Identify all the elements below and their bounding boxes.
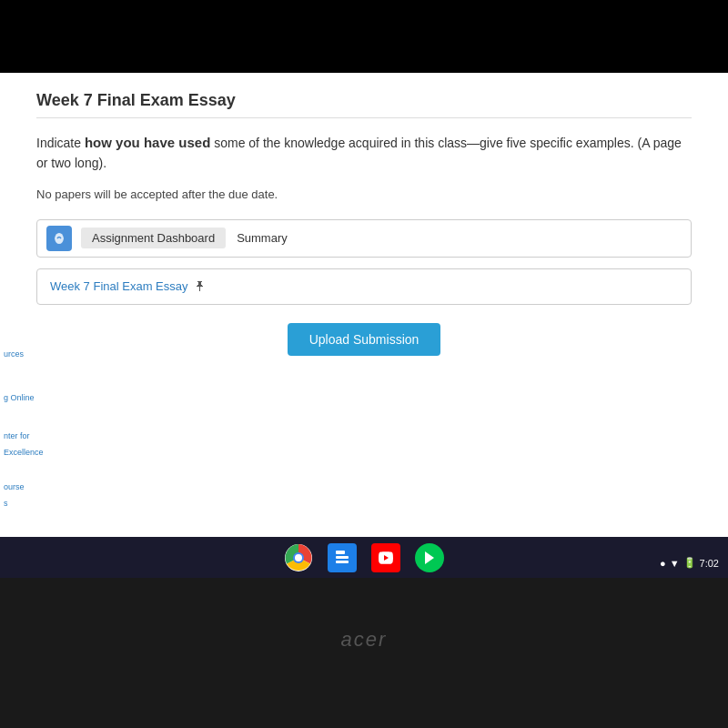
svg-point-2: [295, 554, 302, 561]
laptop-screen: urces g Online nter for Excellence ourse…: [0, 73, 728, 546]
chrome-taskbar-icon[interactable]: [284, 543, 313, 572]
assignment-link-box: Week 7 Final Exam Essay 🖈: [36, 268, 692, 305]
sidebar-item-resources[interactable]: urces: [4, 346, 44, 362]
status-bar: ● ▼ 🔋 7:02: [660, 557, 719, 569]
keyboard-area: [0, 646, 728, 728]
upload-button-container: Upload Submission: [36, 323, 692, 356]
wifi-icon: ●: [660, 558, 666, 569]
sidebar-item-learning-online[interactable]: g Online: [4, 389, 44, 406]
page-title: Week 7 Final Exam Essay: [36, 91, 692, 118]
due-date-notice: No papers will be accepted after the due…: [36, 187, 692, 201]
svg-rect-3: [336, 551, 345, 554]
tab-assignment-dashboard[interactable]: Assignment Dashboard: [81, 228, 226, 248]
instruction-block: Indicate how you have used some of the k…: [36, 133, 692, 173]
clock: 7:02: [700, 558, 719, 569]
left-sidebar: urces g Online nter for Excellence ourse…: [4, 346, 44, 511]
youtube-taskbar-icon[interactable]: [371, 543, 400, 572]
cursor-icon: 🖈: [193, 278, 207, 295]
tab-bar: Assignment Dashboard Summary: [36, 219, 692, 258]
browser-content: Week 7 Final Exam Essay Indicate how you…: [0, 73, 728, 546]
turnitin-icon: [46, 226, 72, 251]
svg-rect-5: [336, 561, 349, 563]
sidebar-item-center[interactable]: nter for Excellence: [4, 428, 44, 460]
laptop-top-bezel: [0, 0, 728, 73]
files-taskbar-icon[interactable]: [328, 543, 357, 572]
signal-icon: ▼: [670, 558, 680, 569]
upload-submission-button[interactable]: Upload Submission: [288, 323, 441, 356]
svg-marker-7: [425, 551, 434, 564]
battery-icon: 🔋: [683, 557, 696, 569]
play-taskbar-icon[interactable]: [415, 543, 444, 572]
assignment-link[interactable]: Week 7 Final Exam Essay 🖈: [50, 278, 678, 295]
tab-summary[interactable]: Summary: [226, 228, 298, 248]
svg-rect-4: [336, 556, 349, 559]
sidebar-item-course[interactable]: ourse s: [4, 479, 44, 511]
taskbar: [0, 537, 728, 578]
